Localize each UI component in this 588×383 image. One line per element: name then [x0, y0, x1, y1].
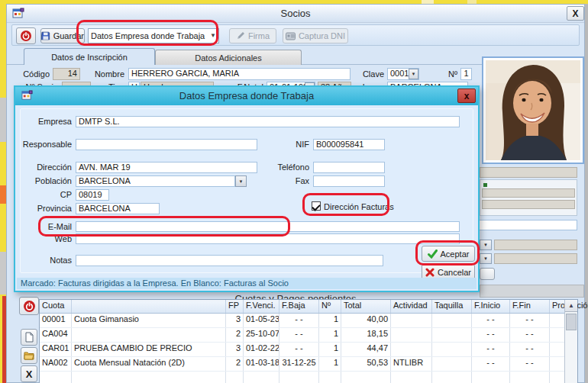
member-photo [486, 60, 580, 160]
table-exit-button[interactable] [19, 297, 39, 315]
left-edge-gray-2 [0, 252, 6, 294]
column-header[interactable]: Nº [319, 300, 341, 313]
view-selector-value: Datos Empresa donde Trabaja [91, 29, 205, 43]
chevron-up-icon: ▲ [568, 302, 574, 309]
folder-icon [24, 351, 34, 360]
right-panel-dropdown-2[interactable]: ▼ [480, 253, 492, 264]
column-header[interactable]: Cuota [40, 300, 72, 313]
cell: - - [510, 357, 550, 371]
guardar-button[interactable]: Guardar [40, 28, 85, 43]
num-field[interactable]: 1 [460, 68, 472, 80]
new-row-button[interactable] [21, 329, 37, 346]
cell: PRUEBA CAMBIO DE PRECIO [72, 343, 226, 356]
email-field[interactable] [76, 221, 460, 232]
x-icon: X [26, 369, 33, 380]
column-header[interactable]: F.Inicio [472, 300, 510, 313]
cell: 50,53 [341, 357, 391, 371]
poblacion-field[interactable]: BARCELONA [76, 175, 235, 187]
notas-label: Notas [17, 256, 72, 265]
provincia-field[interactable]: BARCELONA [76, 203, 160, 214]
table-empty-area [40, 372, 564, 383]
cell: 25-10-07 [244, 328, 279, 342]
table-row[interactable]: CAR01 PRUEBA CAMBIO DE PRECIO 3 01-02-22… [40, 343, 564, 357]
cell [432, 357, 472, 371]
notas-field[interactable] [76, 255, 383, 266]
table-row[interactable]: NA002 Cuota Mensual Natación (2D) 2 01-0… [40, 357, 564, 372]
column-header[interactable]: Actividad [391, 300, 432, 313]
column-header[interactable] [72, 300, 226, 313]
clave-dropdown-button[interactable]: ▼ [409, 69, 418, 79]
check-icon [428, 249, 438, 259]
cp-label: CP [17, 190, 72, 199]
right-panel-small-button[interactable] [480, 268, 495, 280]
view-selector-dropdown[interactable]: Datos Empresa donde Trabaja ▼ [88, 28, 219, 43]
cell: 1 [319, 343, 341, 356]
codigo-label: Código [16, 69, 50, 79]
scrollbar-up-button[interactable]: ▲ [565, 300, 577, 312]
cell: CAR01 [40, 343, 72, 356]
cross-icon [425, 268, 435, 277]
poblacion-dropdown-button[interactable]: ▼ [235, 175, 247, 187]
telefono-field[interactable] [313, 162, 385, 173]
aceptar-label: Aceptar [441, 249, 470, 259]
nombre-field[interactable]: HERRERO GARCIA, MARIA [128, 68, 351, 80]
column-header[interactable]: FP [226, 300, 244, 313]
right-panel-row-1 [482, 188, 575, 198]
empresa-field[interactable]: DMTP S.L. [76, 116, 460, 127]
cell: - - [472, 314, 510, 327]
num-label: Nº [447, 69, 457, 79]
right-panel-field-2 [494, 253, 577, 264]
responsable-field[interactable] [76, 139, 257, 150]
cell: - - [510, 314, 550, 327]
right-panel-dropdown-1[interactable]: ▼ [480, 240, 492, 250]
empresa-dialog: Datos Empresa donde Trabaja x Empresa DM… [14, 85, 480, 292]
open-row-button[interactable] [21, 347, 37, 364]
delete-row-button[interactable]: X [21, 365, 37, 382]
window-titlebar: Socios X [7, 5, 584, 23]
web-field[interactable] [76, 233, 460, 244]
left-edge-gray-1 [0, 98, 6, 142]
cell: Cuota Mensual Natación (2D) [72, 357, 226, 371]
window-title: Socios [7, 8, 584, 19]
cell [391, 343, 432, 356]
web-label: Web [17, 234, 72, 243]
codigo-field: 14 [53, 68, 80, 80]
dialog-status-bar: Marcado: Facturas dirigidas a la Empresa… [17, 278, 477, 289]
table-row[interactable]: CA004 2 25-10-07 - - 1 18,15 - - - - [40, 328, 564, 343]
chevron-down-icon: ▼ [210, 29, 216, 43]
tab-datos-adicionales[interactable]: Datos Adicionales [155, 50, 302, 65]
cell [72, 328, 226, 342]
column-header[interactable]: Total [341, 300, 391, 313]
right-panel-field-1 [494, 240, 577, 250]
cell: 01-05-23 [244, 314, 279, 327]
facturas-checkbox-label[interactable]: Dirección Facturas [324, 202, 394, 211]
table-header-row: Cuota FP F.Venci. F.Baja Nº Total Activi… [40, 300, 564, 314]
tab-datos-inscripcion[interactable]: Datos de Inscripción [24, 48, 155, 65]
cell: 1 [319, 314, 341, 327]
table-scrollbar[interactable]: ▲ [564, 300, 577, 383]
save-icon [41, 31, 50, 40]
cell: - - [279, 314, 319, 327]
cell: NTLIBR [391, 357, 432, 371]
exit-button[interactable] [16, 27, 36, 44]
window-close-button[interactable]: X [567, 6, 584, 21]
right-panel-listbox [480, 179, 577, 216]
column-header[interactable]: F.Venci. [244, 300, 279, 313]
table-row[interactable]: 00001 Cuota Gimanasio 3 01-05-23 - - 1 4… [40, 314, 564, 328]
column-header[interactable]: F.Baja [279, 300, 319, 313]
cp-field[interactable]: 08019 [76, 189, 109, 201]
nif-field[interactable]: B000095841 [313, 139, 385, 150]
column-header[interactable]: F.Fin [510, 300, 550, 313]
direccion-field[interactable]: AVN. MAR 19 [76, 162, 257, 173]
facturas-checkbox[interactable] [312, 201, 321, 211]
fax-field[interactable] [313, 175, 385, 187]
dialog-close-button[interactable]: x [457, 89, 476, 103]
cell: 18,15 [341, 328, 391, 342]
cell: - - [472, 357, 510, 371]
column-header[interactable]: Taquilla [432, 300, 472, 313]
scrollbar-thumb[interactable] [566, 314, 577, 330]
aceptar-button[interactable]: Aceptar [422, 246, 475, 262]
nombre-label: Nombre [89, 69, 124, 79]
tab-inscripcion-label: Datos de Inscripción [51, 53, 128, 62]
cell [432, 343, 472, 356]
